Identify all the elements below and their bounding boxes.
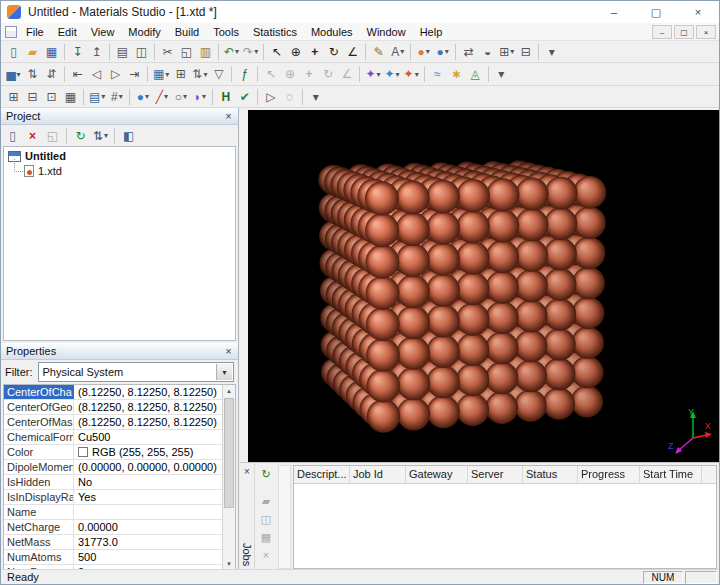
sketch-atom-dropdown-icon[interactable]: ▾ [145, 92, 149, 101]
row-sort-dropdown-icon[interactable]: ▾ [203, 70, 207, 79]
color-display-dropdown-icon[interactable]: ▾ [445, 47, 449, 56]
undo-button[interactable]: ↶▾ [222, 43, 241, 61]
chart-viewer-dropdown-icon[interactable]: ▾ [17, 70, 21, 79]
label-options-dropdown-icon[interactable]: ▾ [400, 47, 404, 56]
lasso-select-button[interactable]: ◌ [280, 88, 299, 106]
sort-descending-button[interactable]: ⇵ [42, 65, 61, 83]
module-forcite-button[interactable]: ✦▾ [383, 65, 402, 83]
table-properties-button[interactable]: ▦ [61, 88, 80, 106]
module-amorphous-button[interactable]: ≈ [428, 65, 447, 83]
table-view-button[interactable]: ▦▾ [151, 65, 171, 83]
chart-viewer-button[interactable]: ▅▾ [4, 65, 23, 83]
toolbar-options-button[interactable]: ▾ [542, 43, 561, 61]
translate-mode-button[interactable]: + [305, 43, 324, 61]
property-row-ishidden[interactable]: IsHiddenNo [4, 475, 222, 490]
function-builder-button[interactable]: ƒ [235, 65, 254, 83]
jobs-column-descript[interactable]: Descript... [294, 466, 350, 483]
module-castep-button[interactable]: ✦▾ [402, 65, 421, 83]
color-display-button[interactable]: ●▾ [433, 43, 452, 61]
previous-frame-button[interactable]: ◁ [87, 65, 106, 83]
zoom-mode-button[interactable]: ⊕ [286, 43, 305, 61]
property-row-netmass[interactable]: NetMass31773.0 [4, 535, 222, 550]
module-mesocite-button[interactable]: ◬ [466, 65, 485, 83]
atom-display-dropdown-icon[interactable]: ▾ [426, 47, 430, 56]
properties-scrollbar[interactable]: ▲ ▼ [222, 385, 235, 570]
sketch-ring-button[interactable]: ○▾ [171, 88, 190, 106]
menu-statistics[interactable]: Statistics [246, 23, 304, 41]
sort-project-button[interactable]: ⇅▾ [91, 127, 110, 145]
minimize-button[interactable]: – [593, 1, 635, 23]
title-bar[interactable]: Untitled - Materials Studio - [1.xtd *] … [1, 1, 719, 23]
jobs-scrollbar[interactable] [278, 465, 291, 569]
swap-views-button[interactable]: ⇄ [459, 43, 478, 61]
tree-item-root[interactable]: Untitled [4, 147, 235, 163]
sketch-bond-dropdown-icon[interactable]: ▾ [164, 92, 168, 101]
next-frame-button[interactable]: ▷ [106, 65, 125, 83]
properties-close-icon[interactable]: × [222, 345, 235, 358]
scroll-thumb[interactable] [224, 398, 234, 508]
menu-tools[interactable]: Tools [206, 23, 246, 41]
structure-viewport[interactable]: Y X Z [248, 110, 719, 462]
print-preview-button[interactable]: ◫ [132, 43, 151, 61]
spreadsheet-button[interactable]: ⊞ [171, 65, 190, 83]
table-add-column-button[interactable]: ⊡ [42, 88, 61, 106]
jobs-column-gateway[interactable]: Gateway [406, 466, 468, 483]
undo-dropdown-icon[interactable]: ▾ [235, 47, 239, 56]
toolbar-options-2-button[interactable]: ▾ [492, 65, 511, 83]
toolbar-options-3-button[interactable]: ▾ [306, 88, 325, 106]
property-row-isindisplayra[interactable]: IsInDisplayRaYes [4, 490, 222, 505]
table-view-dropdown-icon[interactable]: ▾ [165, 70, 169, 79]
menu-view[interactable]: View [84, 23, 122, 41]
jobs-column-status[interactable]: Status [523, 466, 578, 483]
delete-item-button[interactable]: × [23, 127, 42, 145]
measure-tool-button[interactable]: ∠ [343, 43, 362, 61]
refresh-project-button[interactable]: ↻ [71, 127, 90, 145]
jobs-column-jobid[interactable]: Job Id [350, 466, 406, 483]
table-grid-button[interactable]: ⊞ [4, 88, 23, 106]
property-row-centerofcha[interactable]: CenterOfCha(8.12250, 8.12250, 8.12250) [4, 385, 222, 400]
properties-panel-header[interactable]: Properties × [1, 343, 238, 360]
sketch-bond-button[interactable]: ╱▾ [152, 88, 171, 106]
combo-dropdown-icon[interactable]: ▼ [216, 364, 232, 380]
grid-edit-button[interactable]: #▾ [107, 88, 126, 106]
menu-modules[interactable]: Modules [304, 23, 360, 41]
print-button[interactable]: ▤ [113, 43, 132, 61]
table-add-row-button[interactable]: ⊟ [23, 88, 42, 106]
menu-edit[interactable]: Edit [51, 23, 84, 41]
export-button[interactable]: ↥ [87, 43, 106, 61]
child-restore-button[interactable]: ▢ [674, 25, 694, 39]
paste-button[interactable]: ▥ [196, 43, 215, 61]
project-panel-header[interactable]: Project × [1, 108, 238, 125]
refresh-jobs-icon[interactable]: ↻ [258, 466, 275, 482]
save-button[interactable]: ▦ [42, 43, 61, 61]
study-table-dropdown-icon[interactable]: ▾ [101, 92, 105, 101]
jobs-close-icon[interactable]: × [241, 465, 253, 477]
close-button[interactable]: × [677, 1, 719, 23]
label-options-button[interactable]: A▾ [388, 43, 407, 61]
property-row-name[interactable]: Name [4, 505, 222, 520]
lattice-display-button[interactable]: ⊞▾ [497, 43, 516, 61]
sort-ascending-button[interactable]: ⇅ [23, 65, 42, 83]
maximize-button[interactable]: ▢ [635, 1, 677, 23]
atom-display-button[interactable]: ●▾ [414, 43, 433, 61]
sketch-ring-dropdown-icon[interactable]: ▾ [183, 92, 187, 101]
new-document-button[interactable]: ▯ [4, 43, 23, 61]
edit-pencil-button[interactable]: ✎ [369, 43, 388, 61]
menu-window[interactable]: Window [360, 23, 413, 41]
cut-button[interactable]: ✂ [158, 43, 177, 61]
color-checkbox[interactable] [78, 447, 88, 457]
jobs-column-starttime[interactable]: Start Time [640, 466, 702, 483]
filter-combobox[interactable]: Physical System ▼ [38, 362, 235, 382]
lattice-display-dropdown-icon[interactable]: ▾ [510, 47, 514, 56]
child-minimize-button[interactable]: – [652, 25, 672, 39]
sync-explorer-button[interactable]: ◧ [119, 127, 138, 145]
new-item-button[interactable]: ▯ [3, 127, 22, 145]
child-close-button[interactable]: × [696, 25, 716, 39]
sketch-fragment-button[interactable]: ◗▾ [190, 88, 209, 106]
module-discover-button[interactable]: ✦▾ [363, 65, 382, 83]
jobs-column-progress[interactable]: Progress [578, 466, 640, 483]
property-row-centerofgeo[interactable]: CenterOfGeo(8.12250, 8.12250, 8.12250) [4, 400, 222, 415]
property-row-chemicalform[interactable]: ChemicalFormCu500 [4, 430, 222, 445]
jobs-column-server[interactable]: Server [468, 466, 523, 483]
module-discover-dropdown-icon[interactable]: ▾ [377, 70, 381, 79]
